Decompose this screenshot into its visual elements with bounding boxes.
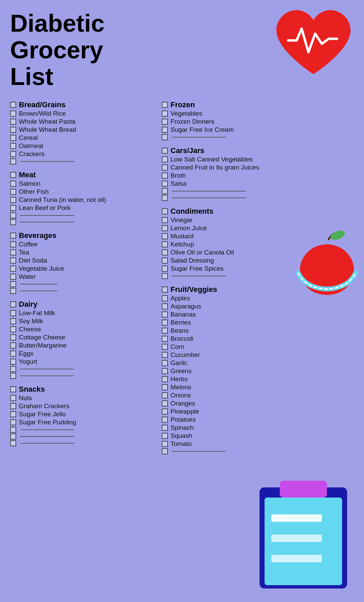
checkbox-dairy-8[interactable]: [10, 373, 16, 379]
checkbox-frozen-1[interactable]: [162, 119, 168, 125]
list-item: Cereal: [10, 134, 155, 142]
checkbox-meat-0[interactable]: [10, 181, 16, 187]
checkbox-condiments-5[interactable]: [162, 258, 168, 264]
checkbox-frozen-header[interactable]: [162, 102, 168, 108]
checkbox-frozen-2[interactable]: [162, 127, 168, 133]
checkbox-beverages-1[interactable]: [10, 249, 16, 255]
checkbox-bread-grains-1[interactable]: [10, 119, 16, 125]
checkbox-cans-jars-4[interactable]: [162, 188, 168, 194]
checkbox-fruit-veggies-4[interactable]: [162, 328, 168, 334]
checkbox-snacks-header[interactable]: [10, 386, 16, 392]
checkbox-beverages-6[interactable]: [10, 288, 16, 294]
checkbox-dairy-5[interactable]: [10, 351, 16, 357]
item-label: Tomato: [171, 440, 191, 448]
checkbox-condiments-6[interactable]: [162, 266, 168, 272]
checkbox-bread-grains-0[interactable]: [10, 111, 16, 117]
checkbox-meat-2[interactable]: [10, 197, 16, 203]
checkbox-meat-header[interactable]: [10, 172, 16, 178]
section-header-dairy: Dairy: [10, 300, 155, 309]
item-label: Squash: [171, 432, 192, 440]
list-item: Berries: [162, 319, 307, 326]
list-item: Eggs: [10, 350, 155, 357]
checkbox-snacks-5[interactable]: [10, 433, 16, 440]
checkbox-fruit-veggies-15[interactable]: [162, 417, 168, 423]
checkbox-condiments-4[interactable]: [162, 249, 168, 255]
checkbox-cans-jars-header[interactable]: [162, 148, 168, 154]
checkbox-cans-jars-0[interactable]: [162, 156, 168, 162]
checkbox-snacks-2[interactable]: [10, 411, 16, 417]
checkbox-meat-4[interactable]: [10, 212, 16, 218]
item-label: Ketchup: [171, 241, 194, 248]
checkbox-snacks-1[interactable]: [10, 403, 16, 409]
checkbox-meat-5[interactable]: [10, 219, 16, 225]
checkbox-fruit-veggies-8[interactable]: [162, 360, 168, 366]
checkbox-frozen-0[interactable]: [162, 111, 168, 117]
checkbox-cans-jars-5[interactable]: [162, 195, 168, 201]
list-item: [162, 273, 307, 279]
checkbox-cans-jars-1[interactable]: [162, 164, 168, 171]
checkbox-bread-grains-4[interactable]: [10, 143, 16, 149]
section-meat: MeatSalmonOther FishCanned Tuna (in wate…: [10, 171, 155, 225]
checkbox-beverages-3[interactable]: [10, 266, 16, 272]
checkbox-fruit-veggies-10[interactable]: [162, 376, 168, 382]
checkbox-bread-grains-header[interactable]: [10, 102, 16, 108]
checkbox-cans-jars-2[interactable]: [162, 173, 168, 179]
checkbox-snacks-0[interactable]: [10, 395, 16, 401]
checkbox-fruit-veggies-9[interactable]: [162, 368, 168, 374]
item-label: Cheese: [19, 326, 41, 333]
checkbox-bread-grains-6[interactable]: [10, 158, 16, 164]
checkbox-fruit-veggies-13[interactable]: [162, 400, 168, 407]
checkbox-beverages-0[interactable]: [10, 241, 16, 247]
checkbox-beverages-2[interactable]: [10, 258, 16, 264]
checkbox-fruit-veggies-19[interactable]: [162, 448, 168, 454]
checkbox-snacks-4[interactable]: [10, 427, 16, 433]
checkbox-dairy-1[interactable]: [10, 318, 16, 324]
checkbox-cans-jars-3[interactable]: [162, 181, 168, 187]
checkbox-fruit-veggies-12[interactable]: [162, 392, 168, 398]
section-header-cans-jars: Cars/Jars: [162, 146, 307, 155]
checkbox-frozen-3[interactable]: [162, 134, 168, 140]
checkbox-condiments-7[interactable]: [162, 273, 168, 279]
checkbox-dairy-header[interactable]: [10, 301, 16, 307]
checkbox-fruit-veggies-3[interactable]: [162, 320, 168, 326]
checkbox-condiments-header[interactable]: [162, 208, 168, 214]
checkbox-dairy-2[interactable]: [10, 326, 16, 332]
list-item: Spinach: [162, 424, 307, 431]
checkbox-snacks-6[interactable]: [10, 440, 16, 446]
checkbox-fruit-veggies-1[interactable]: [162, 303, 168, 309]
section-dairy: DairyLow-Fat MilkSoy MilkCheeseCottage C…: [10, 300, 155, 379]
section-title-snacks: Snacks: [19, 385, 45, 394]
checkbox-fruit-veggies-5[interactable]: [162, 336, 168, 342]
checkbox-bread-grains-2[interactable]: [10, 127, 16, 133]
checkbox-beverages-header[interactable]: [10, 233, 16, 239]
checkbox-snacks-3[interactable]: [10, 419, 16, 425]
section-title-frozen: Frozen: [171, 100, 195, 109]
checkbox-fruit-veggies-18[interactable]: [162, 441, 168, 447]
checkbox-fruit-veggies-16[interactable]: [162, 425, 168, 431]
checkbox-fruit-veggies-11[interactable]: [162, 384, 168, 390]
checkbox-bread-grains-5[interactable]: [10, 151, 16, 157]
checkbox-dairy-3[interactable]: [10, 334, 16, 340]
checkbox-condiments-2[interactable]: [162, 233, 168, 239]
checkbox-beverages-5[interactable]: [10, 281, 16, 287]
checkbox-fruit-veggies-header[interactable]: [162, 287, 168, 293]
checkbox-meat-3[interactable]: [10, 205, 16, 211]
checkbox-fruit-veggies-6[interactable]: [162, 344, 168, 350]
checkbox-condiments-1[interactable]: [162, 225, 168, 231]
list-item: Soy Milk: [10, 318, 155, 325]
list-item: Salmon: [10, 180, 155, 187]
checkbox-fruit-veggies-0[interactable]: [162, 295, 168, 301]
checkbox-fruit-veggies-14[interactable]: [162, 409, 168, 415]
checkbox-beverages-4[interactable]: [10, 274, 16, 280]
checkbox-meat-1[interactable]: [10, 189, 16, 195]
checkbox-dairy-6[interactable]: [10, 359, 16, 365]
checkbox-bread-grains-3[interactable]: [10, 135, 16, 141]
checkbox-condiments-0[interactable]: [162, 217, 168, 223]
checkbox-fruit-veggies-2[interactable]: [162, 311, 168, 318]
checkbox-fruit-veggies-7[interactable]: [162, 352, 168, 358]
checkbox-dairy-0[interactable]: [10, 310, 16, 316]
checkbox-dairy-7[interactable]: [10, 366, 16, 372]
checkbox-condiments-3[interactable]: [162, 241, 168, 247]
checkbox-dairy-4[interactable]: [10, 342, 16, 349]
checkbox-fruit-veggies-17[interactable]: [162, 433, 168, 439]
